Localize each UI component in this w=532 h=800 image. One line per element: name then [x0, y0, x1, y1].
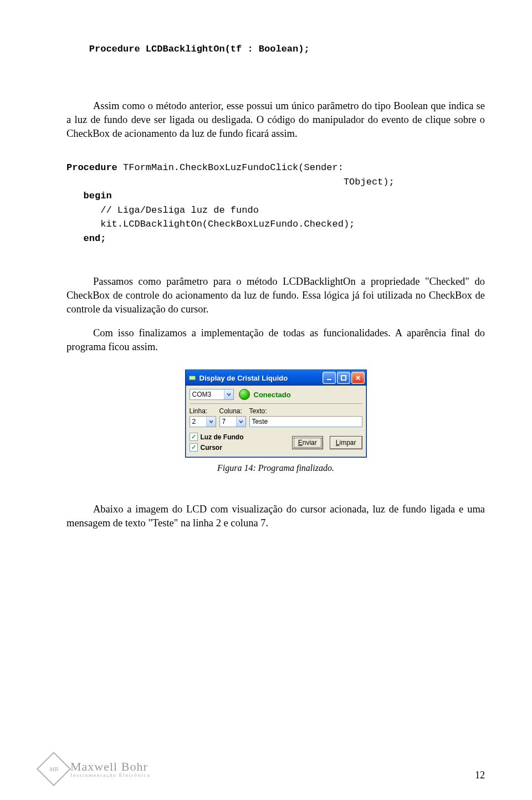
- checkbox-label-cursor: Cursor: [201, 444, 222, 452]
- app-window: Display de Cristal Líquido COM3 Conectad…: [185, 370, 367, 458]
- coluna-value: 7: [222, 418, 226, 425]
- chevron-down-icon: [206, 417, 216, 427]
- window-title: Display de Cristal Líquido: [200, 374, 323, 382]
- page-number: 12: [475, 770, 485, 781]
- label-linha: Linha:: [190, 407, 219, 415]
- code-block-signature: Procedure LCDBacklightOn(tf : Boolean);: [66, 28, 485, 70]
- brand-name: Maxwell Bohr: [70, 760, 151, 773]
- status-text: Conectado: [254, 391, 291, 399]
- logo-mark-icon: MB: [37, 752, 71, 786]
- maximize-button[interactable]: [337, 372, 350, 384]
- app-icon: [188, 373, 197, 382]
- label-coluna: Coluna:: [219, 407, 249, 415]
- texto-value: Teste: [252, 418, 268, 425]
- chevron-down-icon: [224, 389, 233, 399]
- brand-logo: MB Maxwell Bohr Instrumentação Eletrônic…: [42, 757, 151, 781]
- titlebar: Display de Cristal Líquido: [186, 370, 366, 386]
- paragraph-4: Abaixo a imagem do LCD com visualização …: [66, 502, 485, 530]
- linha-value: 2: [192, 418, 196, 425]
- limpar-button[interactable]: Limpar: [330, 436, 362, 449]
- svg-rect-3: [341, 376, 346, 380]
- page-footer: MB Maxwell Bohr Instrumentação Eletrônic…: [42, 757, 485, 781]
- paragraph-2: Passamos como parâmetro para o método LC…: [66, 275, 485, 316]
- port-value: COM3: [192, 391, 212, 398]
- field-labels: Linha: Coluna: Texto:: [190, 407, 362, 415]
- code-block-procedure: Procedure TFormMain.CheckBoxLuzFundoClic…: [66, 161, 485, 245]
- brand-tagline: Instrumentação Eletrônica: [70, 773, 151, 778]
- texto-input[interactable]: Teste: [249, 416, 362, 427]
- checkbox-label-luz: Luz de Fundo: [201, 433, 244, 441]
- coluna-combo[interactable]: 7: [219, 416, 246, 427]
- svg-rect-2: [327, 379, 331, 380]
- code-line: Procedure LCDBacklightOn(tf : Boolean);: [89, 44, 310, 54]
- minimize-button[interactable]: [323, 372, 336, 384]
- enviar-button[interactable]: Enviar: [292, 436, 323, 449]
- port-combo[interactable]: COM3: [190, 389, 234, 400]
- status-indicator-icon: [239, 389, 250, 400]
- paragraph-3: Com isso finalizamos a implementação de …: [66, 326, 485, 354]
- checkbox-cursor[interactable]: ✓: [190, 443, 198, 452]
- figure-caption: Figura 14: Programa finalizado.: [66, 463, 485, 473]
- checkbox-luz-de-fundo[interactable]: ✓: [190, 433, 198, 441]
- label-texto: Texto:: [249, 407, 267, 415]
- linha-combo[interactable]: 2: [190, 416, 216, 427]
- paragraph-1: Assim como o método anterior, esse possu…: [66, 99, 485, 141]
- svg-rect-1: [190, 376, 195, 380]
- close-button[interactable]: [351, 372, 365, 384]
- chevron-down-icon: [236, 417, 245, 427]
